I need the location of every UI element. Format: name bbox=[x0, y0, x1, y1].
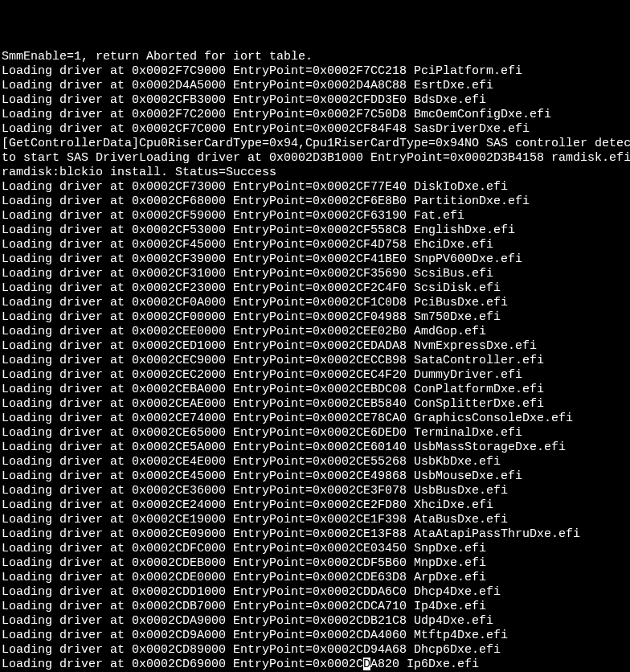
log-line: ramdisk:blckio install. Status=Success bbox=[2, 166, 628, 180]
log-line: Loading driver at 0x0002CDA9000 EntryPoi… bbox=[2, 614, 628, 629]
log-line: Loading driver at 0x0002CF53000 EntryPoi… bbox=[2, 223, 628, 238]
log-line: Loading driver at 0x0002CED1000 EntryPoi… bbox=[2, 339, 628, 354]
log-line: Loading driver at 0x0002CD9A000 EntryPoi… bbox=[2, 629, 628, 643]
log-line: to start SAS DriverLoading driver at 0x0… bbox=[2, 151, 628, 166]
log-line: Loading driver at 0x0002CE5A000 EntryPoi… bbox=[2, 440, 628, 455]
log-line: Loading driver at 0x0002CD89000 EntryPoi… bbox=[2, 643, 628, 658]
log-line: Loading driver at 0x0002CEAE000 EntryPoi… bbox=[2, 397, 628, 412]
log-line: Loading driver at 0x0002CF39000 EntryPoi… bbox=[2, 252, 628, 267]
log-line: Loading driver at 0x0002CE65000 EntryPoi… bbox=[2, 426, 628, 440]
log-line: Loading driver at 0x0002CE09000 EntryPoi… bbox=[2, 527, 628, 542]
log-line: Loading driver at 0x0002CF7C000 EntryPoi… bbox=[2, 122, 628, 137]
log-line: Loading driver at 0x0002CDB7000 EntryPoi… bbox=[2, 600, 628, 614]
log-line: Loading driver at 0x0002CDFC000 EntryPoi… bbox=[2, 542, 628, 556]
log-line: Loading driver at 0x0002CF23000 EntryPoi… bbox=[2, 281, 628, 296]
cursor-after-text: 7A820 Ip6Dxe.efi bbox=[363, 658, 479, 671]
log-line: Loading driver at 0x0002CF31000 EntryPoi… bbox=[2, 267, 628, 281]
log-line: Loading driver at 0x0002CFB3000 EntryPoi… bbox=[2, 93, 628, 108]
boot-log-terminal: SmmEnable=1, return Aborted for iort tab… bbox=[0, 50, 630, 672]
log-line: Loading driver at 0x0002F7C9000 EntryPoi… bbox=[2, 64, 628, 79]
cursor-before-text: Loading driver at 0x0002CD69000 EntryPoi… bbox=[2, 658, 363, 671]
log-line: Loading driver at 0x0002CEE0000 EntryPoi… bbox=[2, 325, 628, 339]
log-line: Loading driver at 0x0002CE36000 EntryPoi… bbox=[2, 484, 628, 498]
log-line: Loading driver at 0x0002CF00000 EntryPoi… bbox=[2, 310, 628, 325]
log-line: Loading driver at 0x0002CE24000 EntryPoi… bbox=[2, 498, 628, 513]
log-line: Loading driver at 0x0002CE19000 EntryPoi… bbox=[2, 513, 628, 527]
log-line: Loading driver at 0x0002F7C2000 EntryPoi… bbox=[2, 108, 628, 122]
log-line: Loading driver at 0x0002CDE0000 EntryPoi… bbox=[2, 571, 628, 585]
log-line: Loading driver at 0x0002CDD1000 EntryPoi… bbox=[2, 585, 628, 600]
log-line: Loading driver at 0x0002CEC9000 EntryPoi… bbox=[2, 354, 628, 368]
log-line: Loading driver at 0x0002CDEB000 EntryPoi… bbox=[2, 556, 628, 571]
log-line-with-cursor: Loading driver at 0x0002CD69000 EntryPoi… bbox=[2, 658, 628, 672]
log-line: Loading driver at 0x0002CEC2000 EntryPoi… bbox=[2, 368, 628, 383]
log-line: Loading driver at 0x0002CE45000 EntryPoi… bbox=[2, 469, 628, 484]
log-header-fragment: SmmEnable=1, return Aborted for iort tab… bbox=[2, 50, 628, 64]
log-line: Loading driver at 0x0002CF73000 EntryPoi… bbox=[2, 180, 628, 195]
log-line: Loading driver at 0x0002CE74000 EntryPoi… bbox=[2, 412, 628, 426]
text-cursor: D bbox=[363, 658, 370, 670]
log-line: Loading driver at 0x0002CF0A000 EntryPoi… bbox=[2, 296, 628, 310]
log-line: Loading driver at 0x0002CF68000 EntryPoi… bbox=[2, 195, 628, 209]
log-line: Loading driver at 0x0002CE4E000 EntryPoi… bbox=[2, 455, 628, 469]
log-line: Loading driver at 0x0002CF59000 EntryPoi… bbox=[2, 209, 628, 223]
log-line: Loading driver at 0x0002D4A5000 EntryPoi… bbox=[2, 79, 628, 93]
log-line: Loading driver at 0x0002CEBA000 EntryPoi… bbox=[2, 383, 628, 397]
log-line: [GetControllerData]Cpu0RiserCardType=0x9… bbox=[2, 137, 628, 151]
log-line: Loading driver at 0x0002CF45000 EntryPoi… bbox=[2, 238, 628, 252]
